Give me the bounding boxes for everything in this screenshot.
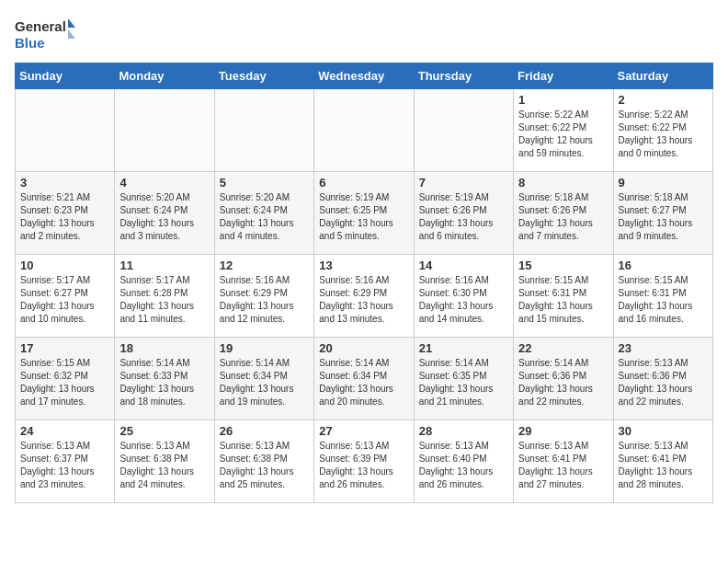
- day-info: Sunrise: 5:21 AM Sunset: 6:23 PM Dayligh…: [20, 191, 109, 243]
- day-info: Sunrise: 5:14 AM Sunset: 6:33 PM Dayligh…: [119, 357, 209, 408]
- day-info: Sunrise: 5:20 AM Sunset: 6:24 PM Dayligh…: [119, 191, 209, 243]
- logo-svg: General Blue: [15, 15, 79, 55]
- calendar-cell: 26Sunrise: 5:13 AM Sunset: 6:38 PM Dayli…: [214, 420, 313, 503]
- calendar-cell: 6Sunrise: 5:19 AM Sunset: 6:25 PM Daylig…: [314, 172, 414, 255]
- calendar-cell: 4Sunrise: 5:20 AM Sunset: 6:24 PM Daylig…: [115, 172, 214, 255]
- day-number: 19: [220, 341, 309, 355]
- day-number: 24: [20, 424, 109, 438]
- day-info: Sunrise: 5:16 AM Sunset: 6:29 PM Dayligh…: [319, 274, 408, 326]
- calendar-cell: 12Sunrise: 5:16 AM Sunset: 6:29 PM Dayli…: [214, 255, 313, 338]
- calendar-cell: 22Sunrise: 5:14 AM Sunset: 6:36 PM Dayli…: [514, 338, 613, 420]
- calendar-cell: 29Sunrise: 5:13 AM Sunset: 6:41 PM Dayli…: [514, 420, 613, 503]
- day-number: 30: [619, 424, 708, 438]
- day-info: Sunrise: 5:13 AM Sunset: 6:40 PM Dayligh…: [419, 440, 508, 491]
- calendar-cell: 18Sunrise: 5:14 AM Sunset: 6:33 PM Dayli…: [115, 338, 214, 420]
- calendar-week-row: 10Sunrise: 5:17 AM Sunset: 6:27 PM Dayli…: [16, 255, 713, 338]
- calendar-cell: 11Sunrise: 5:17 AM Sunset: 6:28 PM Dayli…: [115, 255, 214, 338]
- calendar-cell: 3Sunrise: 5:21 AM Sunset: 6:23 PM Daylig…: [16, 172, 115, 255]
- day-info: Sunrise: 5:22 AM Sunset: 6:22 PM Dayligh…: [619, 109, 708, 160]
- day-info: Sunrise: 5:14 AM Sunset: 6:34 PM Dayligh…: [319, 357, 408, 408]
- calendar-cell: 10Sunrise: 5:17 AM Sunset: 6:27 PM Dayli…: [16, 255, 115, 338]
- calendar-cell: 15Sunrise: 5:15 AM Sunset: 6:31 PM Dayli…: [514, 255, 613, 338]
- svg-text:Blue: Blue: [15, 35, 45, 51]
- calendar-week-row: 17Sunrise: 5:15 AM Sunset: 6:32 PM Dayli…: [16, 338, 713, 420]
- day-info: Sunrise: 5:14 AM Sunset: 6:36 PM Dayligh…: [518, 357, 608, 408]
- day-info: Sunrise: 5:19 AM Sunset: 6:26 PM Dayligh…: [419, 191, 508, 243]
- day-info: Sunrise: 5:17 AM Sunset: 6:27 PM Dayligh…: [20, 274, 109, 326]
- calendar-table: SundayMondayTuesdayWednesdayThursdayFrid…: [15, 63, 713, 503]
- calendar-cell: 24Sunrise: 5:13 AM Sunset: 6:37 PM Dayli…: [16, 420, 115, 503]
- calendar-cell: 13Sunrise: 5:16 AM Sunset: 6:29 PM Dayli…: [314, 255, 414, 338]
- weekday-header: Tuesday: [214, 63, 313, 89]
- calendar-cell: 14Sunrise: 5:16 AM Sunset: 6:30 PM Dayli…: [414, 255, 513, 338]
- weekday-header-row: SundayMondayTuesdayWednesdayThursdayFrid…: [16, 63, 713, 89]
- weekday-header: Friday: [514, 63, 613, 89]
- calendar-cell: 25Sunrise: 5:13 AM Sunset: 6:38 PM Dayli…: [115, 420, 214, 503]
- day-number: 20: [319, 341, 408, 355]
- calendar-cell: 28Sunrise: 5:13 AM Sunset: 6:40 PM Dayli…: [414, 420, 513, 503]
- day-number: 1: [518, 93, 608, 107]
- calendar-cell: 20Sunrise: 5:14 AM Sunset: 6:34 PM Dayli…: [314, 338, 414, 420]
- day-number: 25: [119, 424, 209, 438]
- day-number: 26: [220, 424, 309, 438]
- day-info: Sunrise: 5:16 AM Sunset: 6:29 PM Dayligh…: [220, 274, 309, 326]
- calendar-week-row: 24Sunrise: 5:13 AM Sunset: 6:37 PM Dayli…: [16, 420, 713, 503]
- day-number: 6: [319, 176, 408, 190]
- weekday-header: Wednesday: [314, 63, 414, 89]
- svg-text:General: General: [15, 18, 66, 34]
- day-info: Sunrise: 5:15 AM Sunset: 6:31 PM Dayligh…: [518, 274, 608, 326]
- svg-marker-3: [68, 29, 75, 39]
- calendar-cell: 27Sunrise: 5:13 AM Sunset: 6:39 PM Dayli…: [314, 420, 414, 503]
- day-number: 11: [119, 259, 209, 272]
- calendar-cell: 30Sunrise: 5:13 AM Sunset: 6:41 PM Dayli…: [613, 420, 712, 503]
- calendar-cell: 5Sunrise: 5:20 AM Sunset: 6:24 PM Daylig…: [214, 172, 313, 255]
- day-number: 15: [518, 259, 608, 272]
- day-info: Sunrise: 5:13 AM Sunset: 6:36 PM Dayligh…: [619, 357, 708, 408]
- day-info: Sunrise: 5:13 AM Sunset: 6:41 PM Dayligh…: [518, 440, 608, 491]
- logo: General Blue: [15, 15, 79, 55]
- day-number: 7: [419, 176, 508, 190]
- calendar-cell: 8Sunrise: 5:18 AM Sunset: 6:26 PM Daylig…: [514, 172, 613, 255]
- day-number: 13: [319, 259, 408, 272]
- calendar-cell: 19Sunrise: 5:14 AM Sunset: 6:34 PM Dayli…: [214, 338, 313, 420]
- day-info: Sunrise: 5:13 AM Sunset: 6:37 PM Dayligh…: [20, 440, 109, 491]
- day-info: Sunrise: 5:20 AM Sunset: 6:24 PM Dayligh…: [220, 191, 309, 243]
- day-number: 3: [20, 176, 109, 190]
- day-number: 17: [20, 341, 109, 355]
- day-number: 9: [619, 176, 708, 190]
- calendar-cell: 17Sunrise: 5:15 AM Sunset: 6:32 PM Dayli…: [16, 338, 115, 420]
- day-number: 14: [419, 259, 508, 272]
- day-number: 27: [319, 424, 408, 438]
- calendar-cell: 1Sunrise: 5:22 AM Sunset: 6:22 PM Daylig…: [514, 89, 613, 172]
- calendar-cell: 9Sunrise: 5:18 AM Sunset: 6:27 PM Daylig…: [613, 172, 712, 255]
- day-info: Sunrise: 5:15 AM Sunset: 6:31 PM Dayligh…: [619, 274, 708, 326]
- svg-marker-2: [68, 18, 75, 28]
- calendar-cell: 7Sunrise: 5:19 AM Sunset: 6:26 PM Daylig…: [414, 172, 513, 255]
- day-info: Sunrise: 5:13 AM Sunset: 6:38 PM Dayligh…: [220, 440, 309, 491]
- calendar-cell: [314, 89, 414, 172]
- day-number: 4: [119, 176, 209, 190]
- day-number: 10: [20, 259, 109, 272]
- weekday-header: Thursday: [414, 63, 513, 89]
- day-info: Sunrise: 5:13 AM Sunset: 6:38 PM Dayligh…: [119, 440, 209, 491]
- day-info: Sunrise: 5:17 AM Sunset: 6:28 PM Dayligh…: [119, 274, 209, 326]
- day-info: Sunrise: 5:16 AM Sunset: 6:30 PM Dayligh…: [419, 274, 508, 326]
- day-number: 2: [619, 93, 708, 107]
- weekday-header: Sunday: [16, 63, 115, 89]
- day-number: 8: [518, 176, 608, 190]
- day-number: 29: [518, 424, 608, 438]
- day-number: 21: [419, 341, 508, 355]
- weekday-header: Saturday: [613, 63, 712, 89]
- header: General Blue: [15, 15, 713, 55]
- day-number: 16: [619, 259, 708, 272]
- day-info: Sunrise: 5:14 AM Sunset: 6:35 PM Dayligh…: [419, 357, 508, 408]
- calendar-cell: 16Sunrise: 5:15 AM Sunset: 6:31 PM Dayli…: [613, 255, 712, 338]
- calendar-cell: [16, 89, 115, 172]
- day-info: Sunrise: 5:14 AM Sunset: 6:34 PM Dayligh…: [220, 357, 309, 408]
- calendar-cell: [214, 89, 313, 172]
- day-number: 18: [119, 341, 209, 355]
- weekday-header: Monday: [115, 63, 214, 89]
- calendar-cell: 2Sunrise: 5:22 AM Sunset: 6:22 PM Daylig…: [613, 89, 712, 172]
- calendar-cell: 23Sunrise: 5:13 AM Sunset: 6:36 PM Dayli…: [613, 338, 712, 420]
- day-number: 28: [419, 424, 508, 438]
